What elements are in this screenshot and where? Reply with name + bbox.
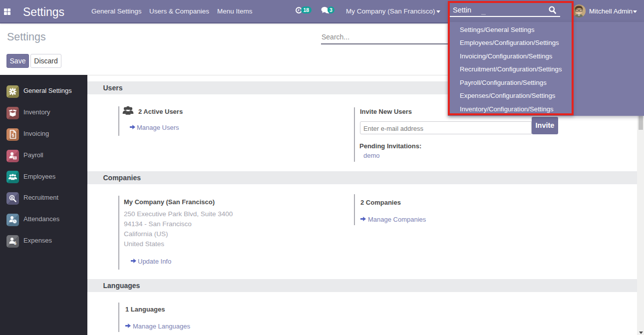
svg-text:$: $ [12,133,14,138]
svg-text:$: $ [14,241,16,245]
